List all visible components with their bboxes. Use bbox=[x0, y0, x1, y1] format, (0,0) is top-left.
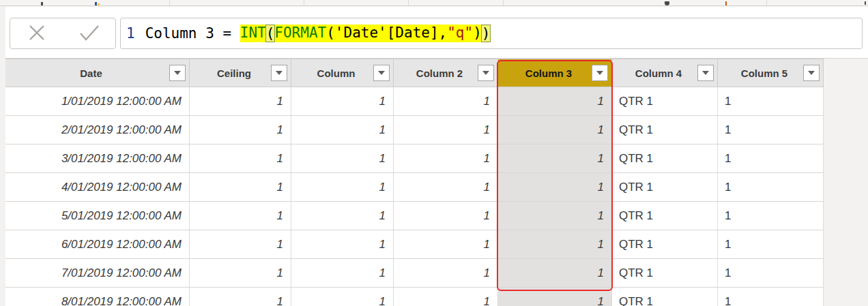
table-cell[interactable]: 1 bbox=[190, 230, 291, 259]
table-cell[interactable]: 1 bbox=[498, 116, 612, 144]
column-header-ceiling[interactable]: Ceiling bbox=[190, 59, 291, 87]
table-cell[interactable]: 1 bbox=[718, 144, 824, 173]
column-filter-dropdown[interactable] bbox=[271, 65, 287, 81]
table-cell[interactable]: 1 bbox=[718, 202, 824, 230]
table-cell[interactable]: 1 bbox=[394, 116, 498, 144]
column-header-label: Column 4 bbox=[635, 67, 694, 79]
table-cell[interactable]: 1/01/2019 12:00:00 AM bbox=[5, 87, 190, 116]
column-filter-dropdown[interactable] bbox=[169, 65, 186, 81]
table-cell[interactable]: 1 bbox=[291, 259, 394, 288]
table-cell[interactable]: 1 bbox=[718, 230, 824, 259]
ribbon-separator bbox=[766, 0, 767, 5]
table-cell[interactable]: QTR 1 bbox=[612, 116, 718, 144]
dax-token: "q" bbox=[447, 25, 473, 42]
table-cell[interactable]: 1 bbox=[190, 116, 291, 144]
ribbon-glyph-fragment bbox=[665, 1, 669, 5]
table-cell[interactable]: QTR 1 bbox=[612, 288, 718, 306]
table-cell[interactable]: QTR 1 bbox=[612, 144, 718, 173]
table-cell[interactable]: 1 bbox=[394, 144, 498, 173]
column-header-label: Ceiling bbox=[217, 67, 263, 79]
table-header-row: DateCeilingColumnColumn 2Column 3Column … bbox=[5, 59, 824, 87]
table-cell[interactable]: 1 bbox=[718, 288, 824, 306]
table-cell[interactable]: 1 bbox=[498, 202, 612, 230]
table-cell[interactable]: 1 bbox=[190, 288, 291, 306]
column-header-label: Column 3 bbox=[525, 67, 584, 79]
table-cell[interactable]: QTR 1 bbox=[612, 202, 718, 230]
column-header-column-3[interactable]: Column 3 bbox=[498, 59, 612, 87]
column-filter-dropdown[interactable] bbox=[697, 65, 714, 81]
formula-action-buttons bbox=[10, 18, 116, 49]
formula-input[interactable]: 1 Column 3 = INT(FORMAT('Date'[Date],"q"… bbox=[120, 18, 863, 49]
table-cell[interactable]: 1 bbox=[718, 116, 824, 144]
table-cell[interactable]: 1 bbox=[291, 144, 394, 173]
table-cell[interactable]: 1 bbox=[291, 202, 394, 230]
table-cell[interactable]: 1 bbox=[291, 288, 394, 306]
table-cell[interactable]: 1 bbox=[394, 202, 498, 230]
line-number: 1 bbox=[126, 25, 135, 42]
table-cell[interactable]: 1 bbox=[291, 230, 394, 259]
formula-text: Column 3 = bbox=[145, 25, 240, 42]
table-cell[interactable]: 1 bbox=[190, 202, 291, 230]
table-cell[interactable]: 1 bbox=[190, 87, 291, 116]
ribbon-bottom-edge bbox=[0, 0, 868, 6]
table-cell[interactable]: QTR 1 bbox=[612, 230, 718, 259]
column-header-column-4[interactable]: Column 4 bbox=[612, 59, 718, 87]
chevron-down-icon bbox=[596, 71, 603, 75]
table-cell[interactable]: QTR 1 bbox=[612, 259, 718, 288]
table-cell[interactable]: 1 bbox=[498, 144, 612, 173]
table-row: 1/01/2019 12:00:00 AM1111QTR 11 bbox=[5, 87, 824, 116]
column-filter-dropdown[interactable] bbox=[478, 65, 494, 81]
column-filter-dropdown[interactable] bbox=[803, 65, 820, 81]
ribbon-separator bbox=[169, 0, 170, 5]
table-cell[interactable]: 4/01/2019 12:00:00 AM bbox=[5, 173, 190, 202]
ribbon-glyph-fragment bbox=[865, 1, 866, 5]
column-header-label: Column 2 bbox=[416, 67, 475, 79]
column-filter-dropdown[interactable] bbox=[592, 65, 608, 81]
table-body: 1/01/2019 12:00:00 AM1111QTR 112/01/2019… bbox=[5, 87, 824, 306]
column-header-label: Column bbox=[317, 67, 368, 79]
table-cell[interactable]: 1 bbox=[291, 116, 394, 144]
cancel-button[interactable] bbox=[16, 20, 57, 47]
table-cell[interactable]: 1 bbox=[394, 259, 498, 288]
table-cell[interactable]: 1 bbox=[190, 144, 291, 173]
column-header-column-5[interactable]: Column 5 bbox=[718, 59, 824, 87]
table-cell[interactable]: 1 bbox=[291, 173, 394, 202]
table-cell[interactable]: 8/01/2019 12:00:00 AM bbox=[5, 288, 190, 306]
table-row: 4/01/2019 12:00:00 AM1111QTR 11 bbox=[5, 173, 824, 202]
table-cell[interactable]: 1 bbox=[498, 173, 612, 202]
dax-token: INT bbox=[240, 25, 266, 42]
table-cell[interactable]: 6/01/2019 12:00:00 AM bbox=[5, 230, 190, 259]
table-cell[interactable]: 1 bbox=[498, 259, 612, 288]
table-cell[interactable]: 5/01/2019 12:00:00 AM bbox=[5, 202, 190, 230]
column-header-column[interactable]: Column bbox=[291, 59, 394, 87]
table-cell[interactable]: 1 bbox=[498, 87, 612, 116]
commit-button[interactable] bbox=[69, 20, 110, 47]
table-row: 8/01/2019 12:00:00 AM1111QTR 11 bbox=[5, 288, 824, 306]
column-filter-dropdown[interactable] bbox=[373, 65, 390, 81]
table-cell[interactable]: 1 bbox=[394, 288, 498, 306]
table-cell[interactable]: 3/01/2019 12:00:00 AM bbox=[5, 144, 190, 173]
column-header-column-2[interactable]: Column 2 bbox=[394, 59, 498, 87]
table-cell[interactable]: QTR 1 bbox=[612, 173, 718, 202]
table-cell[interactable]: 2/01/2019 12:00:00 AM bbox=[5, 116, 190, 144]
dax-token: FORMAT bbox=[274, 25, 326, 42]
table-cell[interactable]: QTR 1 bbox=[612, 87, 718, 116]
column-header-label: Date bbox=[80, 67, 115, 79]
table-cell[interactable]: 1 bbox=[718, 259, 824, 288]
ribbon-separator bbox=[304, 0, 304, 5]
table-cell[interactable]: 7/01/2019 12:00:00 AM bbox=[5, 259, 190, 288]
table-cell[interactable]: 1 bbox=[498, 288, 612, 306]
formula-highlighted-expression: INT(FORMAT('Date'[Date],"q")) bbox=[240, 25, 491, 42]
table-cell[interactable]: 1 bbox=[394, 173, 498, 202]
table-cell[interactable]: 1 bbox=[291, 87, 394, 116]
data-table: DateCeilingColumnColumn 2Column 3Column … bbox=[5, 59, 824, 306]
table-cell[interactable]: 1 bbox=[498, 230, 612, 259]
table-cell[interactable]: 1 bbox=[190, 173, 291, 202]
table-cell[interactable]: 1 bbox=[718, 173, 824, 202]
table-cell[interactable]: 1 bbox=[190, 259, 291, 288]
column-header-date[interactable]: Date bbox=[5, 59, 190, 87]
chevron-down-icon bbox=[482, 71, 489, 75]
table-cell[interactable]: 1 bbox=[394, 230, 498, 259]
table-cell[interactable]: 1 bbox=[718, 87, 824, 116]
table-cell[interactable]: 1 bbox=[394, 87, 498, 116]
